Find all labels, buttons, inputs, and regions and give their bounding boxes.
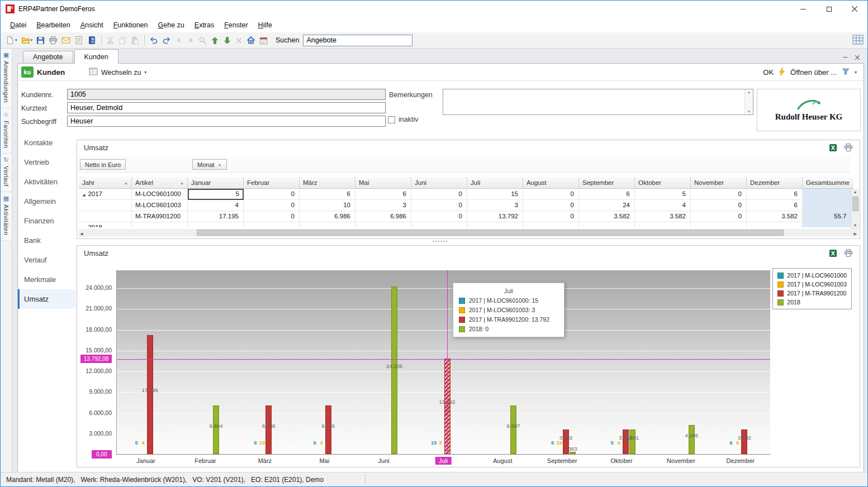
column-header-november[interactable]: November — [691, 177, 747, 189]
cell-value[interactable]: 3.582 — [579, 211, 635, 222]
wechseln-zu-button[interactable]: Wechseln zu ▾ — [85, 66, 150, 79]
cell-value[interactable]: 4 — [188, 200, 244, 211]
bar-2018-oktober[interactable] — [629, 429, 635, 454]
menu-item-gehe-zu[interactable]: Gehe zu — [153, 19, 189, 31]
column-header-m-rz[interactable]: März — [300, 177, 355, 189]
dock-item-aktivit-ten[interactable]: ▦Aktivitäten — [1, 192, 12, 241]
tab-angebote[interactable]: Angebote — [23, 51, 73, 63]
column-header-gesamtsumme[interactable]: Gesamtsumme — [803, 177, 853, 189]
splitter-grip[interactable]: •••••• — [18, 239, 864, 244]
cell-value[interactable]: 24 — [579, 200, 635, 211]
table-horizontal-scrollbar[interactable]: ◀ ▶ — [78, 229, 858, 237]
bar-2018-august[interactable] — [510, 405, 516, 454]
cell-value[interactable]: 0 — [523, 200, 579, 211]
minimize-button[interactable] — [790, 1, 816, 17]
cell-value[interactable]: 3.582 — [747, 211, 803, 222]
sidebar-item-umsatz[interactable]: Umsatz — [18, 289, 76, 309]
cell-value[interactable]: 3 — [467, 200, 523, 211]
calendar-button[interactable] — [258, 34, 269, 47]
bar-2018-februar[interactable] — [213, 405, 219, 454]
open-folder-button[interactable]: ▾ — [20, 34, 35, 47]
cell-value[interactable] — [803, 200, 853, 211]
print-button[interactable] — [47, 34, 59, 47]
bar-2018-november[interactable] — [689, 425, 695, 454]
cell-value[interactable]: 0 — [411, 200, 467, 211]
tab-kunden[interactable]: Kunden — [74, 49, 118, 64]
lightning-icon[interactable] — [779, 68, 785, 78]
tab-close-button[interactable] — [855, 52, 860, 62]
field-input-kundennr[interactable] — [67, 89, 386, 100]
search-button[interactable] — [197, 34, 208, 47]
textarea-scrollbar[interactable]: ▲ ▼ — [744, 89, 753, 114]
cell-artikel[interactable]: M-TRA9901200 — [132, 211, 188, 222]
layout-settings-button[interactable] — [852, 35, 864, 47]
scrollbar-thumb[interactable] — [852, 197, 858, 211]
cell-value[interactable]: 13.792 — [467, 211, 523, 222]
cell-artikel[interactable]: M-LOC9601000 — [132, 189, 188, 200]
cell-value[interactable]: 10 — [300, 200, 355, 211]
title-bar[interactable]: ERP4Partner DemoFeros — [1, 1, 867, 17]
cell-value[interactable]: 6 — [579, 189, 635, 200]
column-header-juli[interactable]: Juli — [467, 177, 523, 189]
scroll-left-icon[interactable]: ◀ — [80, 231, 83, 237]
cell-value[interactable]: 6.986 — [355, 211, 411, 222]
table-vertical-scrollbar[interactable]: ▲ ▼ — [851, 189, 859, 229]
column-header-februar[interactable]: Februar — [244, 177, 300, 189]
cell-value[interactable]: 6 — [300, 189, 355, 200]
save-button[interactable] — [35, 34, 46, 47]
redo-button[interactable] — [160, 34, 173, 47]
cell-value[interactable]: 0 — [411, 211, 467, 222]
menu-item-hilfe[interactable]: Hilfe — [253, 19, 277, 31]
cell-value[interactable]: 0 — [691, 189, 747, 200]
cell-value[interactable]: 0 — [691, 200, 747, 211]
field-input-kurztext[interactable] — [67, 102, 386, 113]
scroll-up-icon[interactable]: ▲ — [853, 189, 857, 195]
sidebar-item-aktivit-ten[interactable]: Aktivitäten — [18, 172, 76, 192]
cell-value[interactable]: 17.195 — [188, 211, 244, 222]
cell-value[interactable] — [803, 189, 853, 200]
sidebar-item-vertrieb[interactable]: Vertrieb — [18, 152, 76, 172]
undo-button[interactable] — [148, 34, 160, 47]
export-excel-button[interactable] — [829, 249, 837, 260]
nav-forward-button[interactable] — [185, 34, 196, 47]
menu-item-fenster[interactable]: Fenster — [219, 19, 253, 31]
sidebar-item-kontakte[interactable]: Kontakte — [18, 133, 76, 152]
cell-value[interactable]: 6.986 — [300, 211, 355, 222]
bar-2017-m-tra9901200-januar[interactable] — [147, 335, 153, 454]
dropdown-arrow-icon[interactable]: ▾ — [31, 38, 33, 42]
menu-item-datei[interactable]: Datei — [5, 19, 31, 31]
cell-value[interactable]: 5 — [188, 189, 244, 200]
address-book-button[interactable] — [86, 34, 98, 47]
cell-value[interactable]: 0 — [244, 211, 300, 222]
sidebar-item-merkmale[interactable]: Merkmale — [18, 270, 76, 289]
tab-minimize-button[interactable] — [843, 57, 847, 58]
move-up-button[interactable] — [209, 34, 221, 47]
column-header-januar[interactable]: Januar — [188, 177, 244, 189]
close-button[interactable] — [842, 1, 867, 17]
column-header-juni[interactable]: Juni — [411, 177, 467, 189]
filter-icon[interactable] — [842, 68, 850, 77]
home-button[interactable] — [245, 34, 257, 47]
email-button[interactable] — [60, 34, 72, 47]
inaktiv-checkbox-row[interactable]: inaktiv — [388, 116, 418, 123]
notes-button[interactable] — [73, 34, 85, 47]
maximize-button[interactable] — [816, 1, 842, 17]
cell-value[interactable]: 0 — [523, 189, 579, 200]
menu-item-extras[interactable]: Extras — [189, 19, 219, 31]
scroll-down-icon[interactable]: ▼ — [747, 110, 751, 113]
expand-icon[interactable]: ◢ — [82, 193, 85, 197]
dock-item-anwendungen[interactable]: ▣Anwendungen — [1, 49, 12, 108]
dock-item-favoriten[interactable]: ☆Favoriten — [1, 108, 12, 154]
export-excel-button[interactable] — [829, 144, 837, 154]
cell-value[interactable]: 6 — [747, 189, 803, 200]
cell-value[interactable]: 0 — [523, 211, 579, 222]
move-down-button[interactable] — [221, 34, 233, 47]
column-header-artikel[interactable]: Artikel▲ — [132, 177, 188, 189]
chevron-down-icon[interactable]: ▾ — [855, 70, 857, 75]
menu-item-ansicht[interactable]: Ansicht — [75, 19, 108, 31]
column-header-jahr[interactable]: Jahr▲ — [79, 177, 132, 189]
cell-value[interactable]: 0 — [691, 211, 747, 222]
column-header-august[interactable]: August — [523, 177, 579, 189]
cell-artikel[interactable]: M-LOC9601003 — [132, 200, 188, 211]
search-input[interactable] — [303, 35, 412, 46]
